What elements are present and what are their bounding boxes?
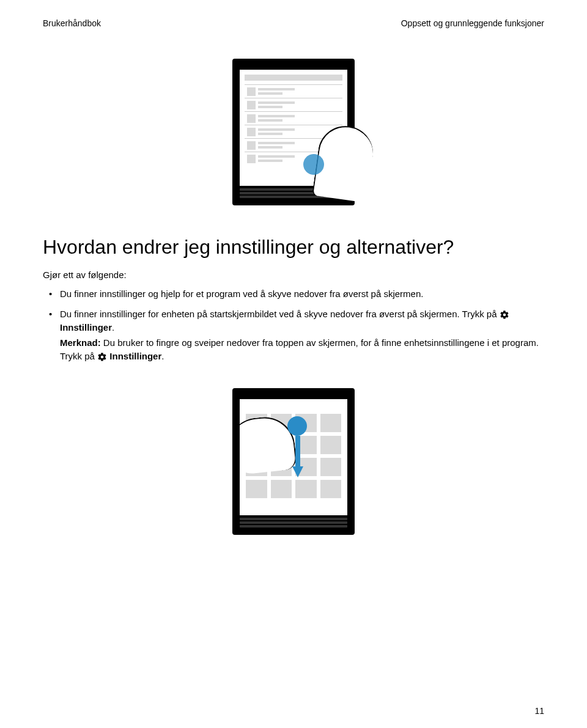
app-cell bbox=[320, 480, 342, 498]
list-item bbox=[245, 98, 342, 111]
phone-frame bbox=[232, 59, 355, 205]
instruction-list: Du finner innstillinger og hjelp for et … bbox=[43, 287, 544, 364]
lead-text: Gjør ett av følgende: bbox=[43, 270, 544, 280]
header-right: Oppsett og grunnleggende funksjoner bbox=[401, 18, 544, 28]
bullet-item: Du finner innstillinger og hjelp for et … bbox=[43, 287, 544, 301]
period: . bbox=[161, 351, 164, 361]
section-heading: Hvordan endrer jeg innstillinger og alte… bbox=[43, 236, 544, 259]
note-paragraph: Merknad: Du bruker to fingre og sveiper … bbox=[60, 336, 544, 364]
touch-point-icon bbox=[303, 154, 324, 175]
touch-point-icon bbox=[287, 416, 307, 436]
bullet-item: Du finner innstillinger for enheten på s… bbox=[43, 307, 544, 364]
bullet-text: Du finner innstillinger for enheten på s… bbox=[60, 309, 500, 319]
arrow-down-icon bbox=[292, 436, 303, 479]
settings-label: Innstillinger bbox=[60, 322, 112, 333]
header-left: Brukerhåndbok bbox=[43, 18, 101, 28]
phone-screen bbox=[240, 399, 347, 515]
app-cell bbox=[271, 480, 292, 498]
illustration-swipe-down bbox=[43, 59, 544, 205]
app-cell bbox=[295, 480, 317, 498]
app-cell bbox=[320, 414, 342, 432]
period: . bbox=[112, 322, 114, 333]
list-item bbox=[245, 84, 342, 98]
settings-label: Innstillinger bbox=[109, 351, 161, 361]
phone-frame bbox=[232, 388, 355, 535]
svg-rect-0 bbox=[295, 436, 300, 466]
app-cell bbox=[320, 436, 342, 454]
gear-icon bbox=[97, 352, 107, 362]
gear-icon bbox=[500, 310, 509, 320]
app-cell bbox=[320, 458, 342, 476]
svg-marker-1 bbox=[292, 466, 303, 477]
illustration-two-finger-swipe bbox=[43, 388, 544, 535]
placeholder-line bbox=[245, 75, 342, 81]
phone-keyboard bbox=[240, 518, 347, 528]
note-label: Merknad: bbox=[60, 337, 101, 348]
app-cell bbox=[246, 480, 267, 498]
list-item bbox=[245, 111, 342, 125]
page-number: 11 bbox=[534, 706, 544, 716]
page-header: Brukerhåndbok Oppsett og grunnleggende f… bbox=[43, 18, 544, 28]
bullet-text: Du finner innstillinger og hjelp for et … bbox=[60, 289, 423, 299]
